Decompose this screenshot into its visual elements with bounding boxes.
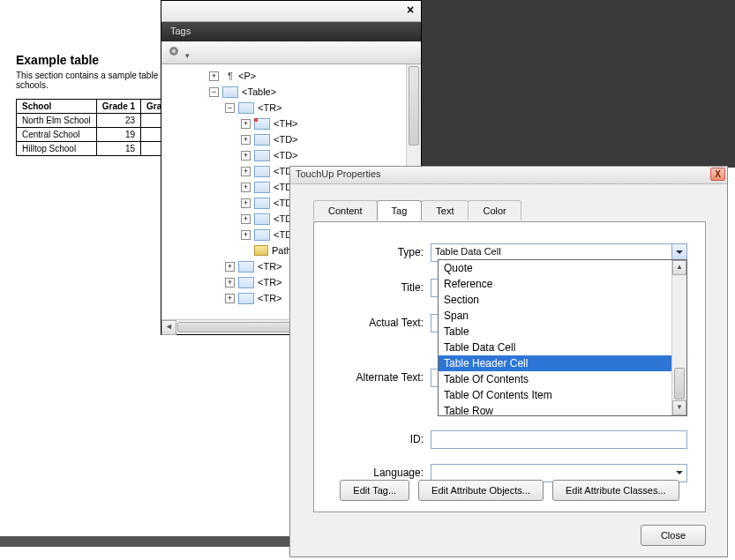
dropdown-option[interactable]: Table — [439, 324, 686, 340]
tag-icon — [238, 102, 254, 114]
dropdown-option[interactable]: Span — [439, 308, 686, 324]
tab-text[interactable]: Text — [421, 200, 469, 220]
expand-icon[interactable]: + — [225, 278, 235, 287]
dropdown-option[interactable]: Table Row — [439, 403, 686, 419]
tag-icon — [238, 293, 254, 304]
dropdown-option[interactable]: Table Header Cell — [439, 355, 686, 371]
tags-toolbar: ▾ — [161, 41, 421, 64]
folder-icon — [254, 245, 268, 256]
edit-attribute-objects-button[interactable]: Edit Attribute Objects... — [418, 480, 544, 501]
cell: 15 — [96, 142, 140, 156]
expand-icon[interactable]: + — [241, 151, 251, 161]
tree-node[interactable]: +¶<P> — [161, 68, 421, 84]
row-id: ID: — [314, 429, 687, 450]
label-actual-text: Actual Text: — [314, 317, 431, 329]
scroll-up-button[interactable]: ▲ — [672, 260, 686, 275]
cell: Central School — [17, 128, 97, 142]
dropdown-option[interactable]: Reference — [439, 276, 686, 292]
chevron-down-icon[interactable] — [671, 244, 686, 261]
expand-icon[interactable]: + — [225, 262, 235, 272]
dropdown-option[interactable]: Table Data Cell — [439, 340, 686, 355]
tab-tag[interactable]: Tag — [377, 200, 423, 220]
id-input[interactable] — [431, 430, 687, 449]
tab-strip: Content Tag Text Color — [313, 200, 727, 220]
tree-node-label: <TH> — [274, 118, 298, 129]
edit-tag-button[interactable]: Edit Tag... — [340, 480, 409, 501]
cell: Hilltop School — [17, 142, 97, 156]
tree-node-label: <P> — [238, 71, 256, 81]
edit-attribute-classes-button[interactable]: Edit Attribute Classes... — [552, 480, 679, 501]
tree-node[interactable]: −<TR> — [161, 100, 421, 116]
type-dropdown-list[interactable]: QuoteReferenceSectionSpanTableTable Data… — [438, 259, 687, 416]
dialog-title-bar[interactable]: TouchUp Properties X — [290, 167, 727, 184]
label-alternate-text: Alternate Text: — [314, 371, 431, 384]
tree-node-label: <TD> — [274, 134, 298, 145]
col-header: School — [17, 100, 97, 114]
dialog-title: TouchUp Properties — [296, 168, 381, 179]
chevron-down-icon[interactable]: ▾ — [185, 51, 190, 60]
scroll-left-button[interactable]: ◄ — [161, 320, 176, 335]
gear-icon[interactable] — [167, 44, 183, 60]
label-language: Language: — [314, 467, 431, 479]
scroll-thumb[interactable] — [674, 368, 685, 399]
close-button[interactable]: Close — [641, 525, 706, 546]
scroll-thumb[interactable] — [177, 322, 301, 332]
close-button[interactable]: X — [710, 168, 725, 181]
expand-icon[interactable]: + — [241, 198, 251, 208]
tag-icon — [254, 182, 270, 193]
collapse-icon[interactable]: − — [209, 87, 219, 97]
tag-icon — [254, 213, 270, 225]
close-icon[interactable]: × — [403, 4, 417, 18]
expand-icon[interactable]: + — [241, 135, 251, 145]
cell: 23 — [96, 114, 140, 128]
tree-node-label: <TR> — [258, 102, 282, 113]
tag-icon — [254, 229, 270, 241]
expand-icon[interactable]: + — [241, 119, 251, 129]
tag-icon — [254, 118, 270, 130]
dropdown-scrollbar[interactable]: ▲ ▼ — [671, 260, 686, 415]
tree-node[interactable]: +<TD> — [161, 147, 421, 163]
tag-icon — [238, 277, 254, 288]
svg-point-1 — [172, 49, 176, 53]
tree-node-label: <Table> — [242, 86, 276, 97]
expand-icon[interactable]: + — [209, 71, 219, 81]
tag-icon — [254, 166, 270, 177]
collapse-icon[interactable]: − — [225, 103, 235, 113]
tree-node-label: <TD> — [274, 150, 298, 161]
chevron-down-icon[interactable] — [671, 465, 686, 482]
touchup-properties-dialog: TouchUp Properties X Content Tag Text Co… — [289, 166, 728, 557]
type-select-value: Table Data Cell — [435, 246, 501, 257]
dropdown-option[interactable]: Quote — [439, 260, 686, 276]
app-dark-background — [422, 0, 735, 168]
tag-icon — [222, 86, 238, 98]
tag-icon — [238, 261, 254, 273]
tree-node[interactable]: −<Table> — [161, 84, 421, 100]
tag-icon — [254, 134, 270, 146]
label-title: Title: — [314, 281, 431, 294]
tags-topbar: × — [161, 1, 421, 22]
tab-color[interactable]: Color — [468, 200, 521, 220]
cell: 19 — [96, 128, 140, 142]
tree-node[interactable]: +<TD> — [161, 131, 421, 147]
expand-icon[interactable]: + — [241, 167, 251, 176]
scroll-thumb[interactable] — [409, 66, 419, 146]
tree-node-label: <TR> — [258, 293, 282, 303]
expand-icon[interactable]: + — [241, 183, 251, 192]
doc-footer-bar — [0, 536, 291, 547]
dropdown-option[interactable]: Section — [439, 292, 686, 308]
expand-icon[interactable]: + — [241, 230, 251, 240]
dropdown-option[interactable]: Table Of Contents Item — [439, 387, 686, 403]
expand-icon[interactable]: + — [241, 214, 251, 224]
tags-panel-title: Tags — [161, 22, 421, 41]
paragraph-icon: ¶ — [222, 71, 238, 81]
cell: North Elm School — [17, 114, 97, 128]
scroll-down-button[interactable]: ▼ — [672, 400, 686, 415]
dropdown-option[interactable]: Table Of Contents — [439, 371, 686, 387]
col-header: Grade 1 — [96, 100, 140, 114]
tree-node-label: <TR> — [258, 277, 282, 287]
tab-content[interactable]: Content — [313, 200, 378, 220]
tree-node[interactable]: +<TH> — [161, 116, 421, 131]
expand-icon[interactable]: + — [225, 294, 235, 303]
tag-icon — [254, 150, 270, 161]
tag-icon — [254, 198, 270, 209]
